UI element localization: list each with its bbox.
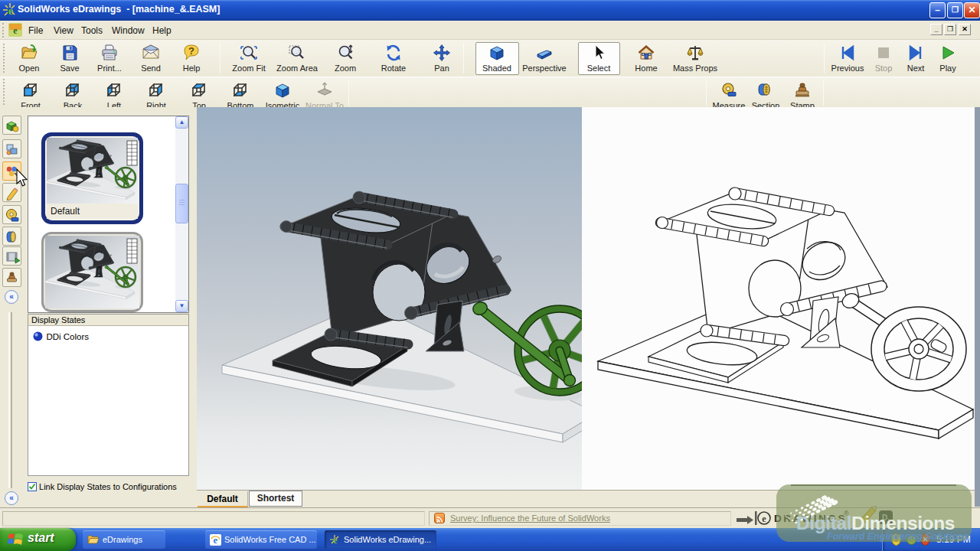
svg-text:Forward Engineering Solutions: Forward Engineering Solutions [827, 531, 969, 542]
svg-text:DigitalDimensions: DigitalDimensions [796, 513, 955, 533]
svg-text:e: e [762, 514, 766, 524]
svg-text:Default: Default [51, 206, 80, 217]
